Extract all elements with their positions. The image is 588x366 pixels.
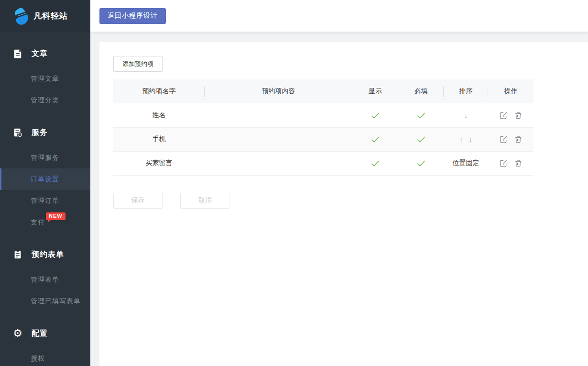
nav-section-config: ⚙ 配置 授权: [0, 324, 90, 366]
section-header-services[interactable]: 服务: [0, 123, 90, 142]
visible-check-icon[interactable]: [370, 159, 380, 167]
sidebar: 凡科轻站 文章 管理文章 管理分类 服务: [0, 0, 90, 366]
sidebar-item-manage-services[interactable]: 管理服务: [0, 147, 90, 168]
section-label: 文章: [32, 49, 48, 59]
row-name-cell: 手机: [113, 127, 205, 151]
sidebar-item-order-settings[interactable]: 订单设置: [0, 168, 90, 190]
column-header-name: 预约项名字: [113, 79, 205, 103]
back-to-miniprogram-button[interactable]: 返回小程序设计: [99, 8, 166, 24]
sidebar-item-manage-filled-forms[interactable]: 管理已填写表单: [0, 290, 90, 312]
fanke-logo-icon: [13, 7, 29, 25]
nav-section-booking-forms: 预约表单 管理表单 管理已填写表单: [0, 245, 90, 312]
section-header-booking-forms[interactable]: 预约表单: [0, 245, 90, 264]
section-label: 预约表单: [32, 250, 64, 260]
section-header-config[interactable]: ⚙ 配置: [0, 324, 90, 343]
content-card: 添加预约项 预约项名字 预约项内容 显示 必填 排序 操作 姓名: [99, 42, 588, 366]
nav-section-articles: 文章 管理文章 管理分类: [0, 44, 90, 111]
sidebar-item-manage-articles[interactable]: 管理文章: [0, 68, 90, 89]
sidebar-item-payment[interactable]: 支付 NEW: [0, 211, 90, 233]
table-row: 买家留言 位置固定: [113, 151, 534, 175]
sidebar-item-manage-categories[interactable]: 管理分类: [0, 89, 90, 111]
move-down-icon[interactable]: ↓: [467, 135, 474, 144]
delete-icon[interactable]: [514, 135, 523, 144]
sidebar-item-label: 支付: [31, 218, 45, 227]
app-window: 凡科轻站 文章 管理文章 管理分类 服务: [0, 0, 588, 366]
column-header-sort: 排序: [444, 79, 488, 103]
new-badge: NEW: [46, 212, 65, 220]
column-header-required: 必填: [398, 79, 444, 103]
section-label: 服务: [32, 128, 48, 138]
required-check-icon[interactable]: [416, 135, 426, 143]
cancel-button[interactable]: 取消: [180, 193, 229, 209]
move-up-icon[interactable]: ↑: [457, 135, 465, 144]
top-header: 返回小程序设计: [90, 0, 588, 32]
save-button[interactable]: 保存: [113, 193, 163, 209]
add-booking-item-button[interactable]: 添加预约项: [113, 56, 163, 72]
edit-icon[interactable]: [499, 135, 508, 144]
sidebar-item-manage-orders[interactable]: 管理订单: [0, 190, 90, 211]
row-content-cell: [205, 151, 352, 175]
section-label: 配置: [32, 329, 48, 339]
delete-icon[interactable]: [514, 159, 523, 167]
edit-icon[interactable]: [499, 159, 508, 167]
table-row: 手机 ↑ ↓: [113, 127, 534, 151]
visible-check-icon[interactable]: [370, 135, 380, 143]
row-content-cell: [205, 103, 352, 127]
gear-icon: ⚙: [12, 328, 23, 339]
column-header-content: 预约项内容: [205, 79, 352, 103]
move-down-icon[interactable]: ↓: [462, 111, 470, 119]
required-check-icon[interactable]: [416, 159, 426, 167]
article-icon: [12, 48, 23, 59]
section-header-articles[interactable]: 文章: [0, 44, 90, 63]
sidebar-item-manage-forms[interactable]: 管理表单: [0, 269, 90, 290]
app-title: 凡科轻站: [33, 11, 68, 22]
required-check-icon[interactable]: [416, 111, 426, 119]
delete-icon[interactable]: [514, 111, 523, 120]
nav-section-services: 服务 管理服务 订单设置 管理订单 支付 NEW: [0, 123, 90, 233]
form-actions: 保存 取消: [113, 193, 588, 209]
visible-check-icon[interactable]: [370, 111, 380, 119]
row-content-cell: [205, 127, 352, 151]
table-header-row: 预约项名字 预约项内容 显示 必填 排序 操作: [113, 79, 534, 103]
edit-icon[interactable]: [499, 111, 508, 120]
row-name-cell: 买家留言: [113, 151, 205, 175]
service-icon: [12, 127, 23, 138]
row-name-cell: 姓名: [113, 103, 205, 127]
booking-items-table: 预约项名字 预约项内容 显示 必填 排序 操作 姓名 ↓: [113, 79, 534, 176]
sort-fixed-label: 位置固定: [453, 159, 479, 166]
logo-row: 凡科轻站: [0, 0, 90, 32]
sidebar-item-authorization[interactable]: 授权: [0, 348, 90, 366]
column-header-visible: 显示: [352, 79, 398, 103]
table-row: 姓名 ↓: [113, 103, 534, 127]
column-header-actions: 操作: [488, 79, 534, 103]
form-icon: [12, 249, 23, 260]
